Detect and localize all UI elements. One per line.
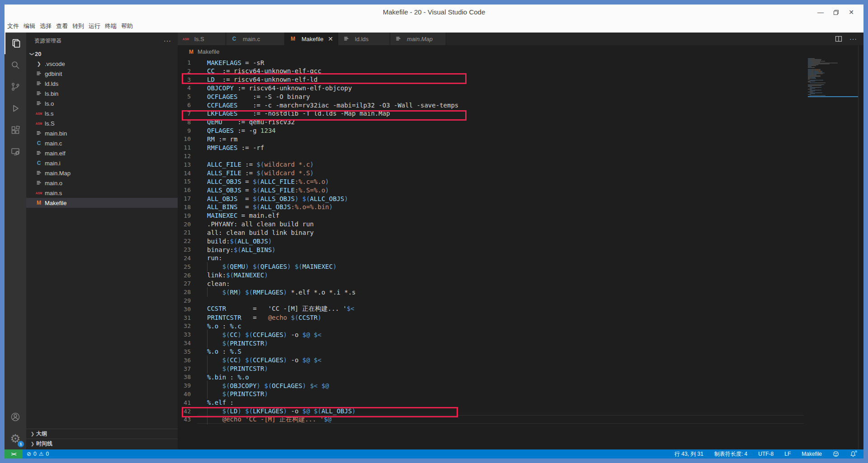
status-bar: >< ⊘ 0 ⚠ 0 行 43, 列 31制表符长度: 4UTF-8LFMake… <box>5 449 863 458</box>
line-number: 5 <box>178 93 191 100</box>
tab-label: main.Map <box>407 36 433 42</box>
tree-item-label: ls.bin <box>45 90 58 97</box>
tree-item-gdbinit[interactable]: gdbinit <box>26 69 178 79</box>
code-line-39: 39 $(OBJCOPY) $(OCFLAGES) $< $@ <box>178 381 809 390</box>
tree-item-label: gdbinit <box>45 70 62 77</box>
menu-item[interactable]: 选择 <box>38 22 54 30</box>
line-number: 38 <box>178 374 191 380</box>
c-file-icon: C <box>231 35 238 42</box>
tree-item-ls.s[interactable]: ASMls.s <box>26 108 178 118</box>
code-line-37: 37 $(PRINTCSTR) <box>178 365 809 373</box>
menu-item[interactable]: 查看 <box>54 22 70 30</box>
problems-status[interactable]: ⊘ 0 ⚠ 0 <box>27 451 49 457</box>
language-mode[interactable]: Makefile <box>802 451 822 457</box>
tree-item-main.s[interactable]: ASMmain.s <box>26 188 178 198</box>
tree-item-label: ls.S <box>45 120 55 127</box>
line-number: 40 <box>178 391 191 398</box>
code-line-38: 38%.bin : %.o <box>178 373 809 381</box>
file-icon <box>35 179 42 187</box>
more-actions-icon[interactable]: ··· <box>849 35 857 42</box>
remote-explorer-icon[interactable] <box>5 141 26 163</box>
tab-size[interactable]: 制表符长度: 4 <box>714 450 747 458</box>
makefile-icon: M <box>188 48 195 56</box>
notifications-bell-icon[interactable] <box>850 451 856 457</box>
tree-root-folder[interactable]: ❮20 <box>26 49 178 59</box>
sidebar-section-时间线[interactable]: ❯时间线 <box>26 439 178 449</box>
close-button[interactable]: ✕ <box>844 5 859 20</box>
code-line-18: 18ALL_BINS = $(ALL_OBJS:%.o=%.bin) <box>178 203 809 211</box>
file-icon <box>35 130 42 137</box>
line-number: 16 <box>178 187 191 193</box>
eol[interactable]: LF <box>784 451 791 457</box>
code-line-40: 40 $(PRINTCSTR) <box>178 390 809 398</box>
tab-ls.S[interactable]: ASMls.S <box>178 33 226 45</box>
code-line-13: 13ALLC_FILE := $(wildcard *.c) <box>178 160 809 169</box>
menu-item[interactable]: 编辑 <box>21 22 38 30</box>
code-line-16: 16ALLS_OBJS = $(ALLS_FILE:%.S=%.o) <box>178 186 809 194</box>
tree-item-label: main.bin <box>45 130 67 137</box>
search-icon[interactable] <box>5 54 26 76</box>
tab-main.Map[interactable]: main.Map <box>390 33 446 45</box>
line-number: 6 <box>178 102 191 108</box>
tree-item-ls.bin[interactable]: ls.bin <box>26 89 178 98</box>
tab-main.c[interactable]: Cmain.c <box>226 33 285 45</box>
section-label: 时间线 <box>36 440 52 448</box>
encoding[interactable]: UTF-8 <box>758 451 774 457</box>
tree-item-main.elf[interactable]: main.elf <box>26 148 178 158</box>
cursor-position[interactable]: 行 43, 列 31 <box>675 450 703 458</box>
source-control-icon[interactable] <box>5 76 26 98</box>
minimap[interactable] <box>808 58 860 97</box>
editor-area: ASMls.SCmain.cMMakefile✕ld.ldsmain.Map··… <box>178 33 863 449</box>
explorer-icon[interactable] <box>5 33 26 54</box>
tree-item-ls.S[interactable]: ASMls.S <box>26 118 178 128</box>
error-count: 0 <box>33 451 37 457</box>
code-line-36: 36 $(CC) $(CCFLAGES) -o $@ $< <box>178 356 809 365</box>
code-line-5: 5OCFLAGES := -S -O binary <box>178 92 809 101</box>
annotation-box-1 <box>182 73 467 84</box>
tree-item-.vscode[interactable]: ❯.vscode <box>26 59 178 69</box>
warning-icon: ⚠ <box>39 451 44 457</box>
menu-item[interactable]: 转到 <box>70 22 86 30</box>
settings-icon[interactable]: ⚙1 <box>5 428 26 449</box>
split-editor-icon[interactable] <box>835 35 842 42</box>
explorer-more-actions-icon[interactable]: ··· <box>164 37 171 44</box>
line-number: 23 <box>178 246 191 253</box>
tab-Makefile[interactable]: MMakefile✕ <box>285 33 338 45</box>
menu-item[interactable]: 终端 <box>103 22 119 30</box>
window-title: Makefile - 20 - Visual Studio Code <box>5 5 863 20</box>
account-icon[interactable] <box>5 406 26 428</box>
overview-ruler-cursor <box>808 96 858 97</box>
maximize-button[interactable] <box>828 5 844 20</box>
tree-item-ls.o[interactable]: ls.o <box>26 98 178 108</box>
minimize-button[interactable]: — <box>813 5 828 20</box>
sidebar-explorer: 资源管理器 ··· ❮20❯.vscodegdbinitld.ldsls.bin… <box>26 33 178 449</box>
run-debug-icon[interactable] <box>5 98 26 119</box>
code-line-32: 32%.o : %.c <box>178 322 809 330</box>
tree-item-main.c[interactable]: Cmain.c <box>26 138 178 148</box>
menu-item[interactable]: 帮助 <box>119 22 135 30</box>
asm-file-icon: ASM <box>35 110 42 117</box>
tree-item-main.o[interactable]: main.o <box>26 178 178 188</box>
feedback-icon[interactable] <box>833 451 839 457</box>
tab-ld.lds[interactable]: ld.lds <box>338 33 390 45</box>
tree-item-main.Map[interactable]: main.Map <box>26 168 178 178</box>
line-number: 25 <box>178 263 191 270</box>
tab-close-icon[interactable]: ✕ <box>328 35 333 42</box>
breadcrumb[interactable]: M Makefile <box>178 45 863 58</box>
code-line-22: 22build:$(ALL_OBJS) <box>178 237 809 245</box>
remote-indicator[interactable]: >< <box>5 449 23 458</box>
line-number: 27 <box>178 280 191 287</box>
line-number: 14 <box>178 170 191 177</box>
menu-item[interactable]: 文件 <box>5 22 21 30</box>
tree-item-Makefile[interactable]: MMakefile <box>26 198 178 208</box>
extensions-icon[interactable] <box>5 119 26 141</box>
menu-item[interactable]: 运行 <box>86 22 103 30</box>
sidebar-section-大纲[interactable]: ❯大纲 <box>26 429 178 439</box>
tree-item-ld.lds[interactable]: ld.lds <box>26 79 178 89</box>
annotation-box-2 <box>182 110 467 121</box>
tree-item-main.i[interactable]: Cmain.i <box>26 158 178 168</box>
section-label: 大纲 <box>36 430 47 438</box>
tree-item-main.bin[interactable]: main.bin <box>26 128 178 138</box>
chevron-down-icon: ❮ <box>29 50 34 57</box>
code-line-11: 11RMFLAGES := -rf <box>178 143 809 152</box>
